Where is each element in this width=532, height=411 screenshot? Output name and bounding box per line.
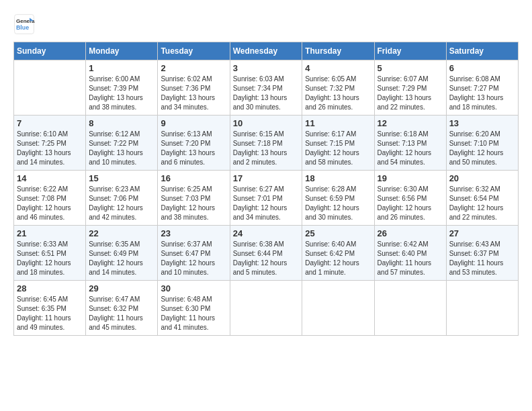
cell-info: Sunrise: 6:27 AM Sunset: 7:01 PM Dayligh… <box>233 185 300 222</box>
day-number: 25 <box>305 228 371 238</box>
day-header-friday: Friday <box>374 42 446 60</box>
day-number: 13 <box>449 118 515 128</box>
calendar-cell: 1Sunrise: 6:00 AM Sunset: 7:39 PM Daylig… <box>86 60 158 116</box>
logo: General Blue <box>13 13 38 35</box>
day-number: 4 <box>305 63 371 73</box>
cell-info: Sunrise: 6:03 AM Sunset: 7:34 PM Dayligh… <box>233 75 300 112</box>
calendar-cell: 3Sunrise: 6:03 AM Sunset: 7:34 PM Daylig… <box>230 60 302 116</box>
calendar-week-row: 28Sunrise: 6:45 AM Sunset: 6:35 PM Dayli… <box>14 281 519 336</box>
cell-info: Sunrise: 6:00 AM Sunset: 7:39 PM Dayligh… <box>89 75 154 112</box>
calendar-cell: 13Sunrise: 6:20 AM Sunset: 7:10 PM Dayli… <box>446 116 518 171</box>
calendar-cell: 17Sunrise: 6:27 AM Sunset: 7:01 PM Dayli… <box>230 171 302 226</box>
svg-text:Blue: Blue <box>16 24 29 31</box>
day-number: 28 <box>17 283 83 293</box>
day-number: 20 <box>449 173 515 183</box>
day-header-thursday: Thursday <box>302 42 374 60</box>
day-number: 18 <box>305 173 371 183</box>
calendar-cell <box>302 281 374 336</box>
day-number: 21 <box>17 228 83 238</box>
cell-info: Sunrise: 6:07 AM Sunset: 7:29 PM Dayligh… <box>378 75 443 112</box>
calendar-cell: 20Sunrise: 6:32 AM Sunset: 6:54 PM Dayli… <box>446 171 518 226</box>
calendar-cell: 8Sunrise: 6:12 AM Sunset: 7:22 PM Daylig… <box>86 116 158 171</box>
calendar-cell: 27Sunrise: 6:43 AM Sunset: 6:37 PM Dayli… <box>446 226 518 281</box>
cell-info: Sunrise: 6:37 AM Sunset: 6:47 PM Dayligh… <box>161 240 226 277</box>
cell-info: Sunrise: 6:13 AM Sunset: 7:20 PM Dayligh… <box>161 130 226 167</box>
calendar-week-row: 21Sunrise: 6:33 AM Sunset: 6:51 PM Dayli… <box>14 226 519 281</box>
calendar-cell: 10Sunrise: 6:15 AM Sunset: 7:18 PM Dayli… <box>230 116 302 171</box>
day-number: 22 <box>89 228 154 238</box>
day-number: 1 <box>89 63 154 73</box>
cell-info: Sunrise: 6:05 AM Sunset: 7:32 PM Dayligh… <box>305 75 371 112</box>
day-number: 8 <box>89 118 154 128</box>
cell-info: Sunrise: 6:22 AM Sunset: 7:08 PM Dayligh… <box>17 185 83 222</box>
day-header-sunday: Sunday <box>14 42 86 60</box>
cell-info: Sunrise: 6:02 AM Sunset: 7:36 PM Dayligh… <box>161 75 226 112</box>
cell-info: Sunrise: 6:18 AM Sunset: 7:13 PM Dayligh… <box>378 130 443 167</box>
day-number: 11 <box>305 118 371 128</box>
calendar-cell: 5Sunrise: 6:07 AM Sunset: 7:29 PM Daylig… <box>374 60 446 116</box>
calendar-cell <box>374 281 446 336</box>
cell-info: Sunrise: 6:17 AM Sunset: 7:15 PM Dayligh… <box>305 130 371 167</box>
day-number: 17 <box>233 173 300 183</box>
day-number: 29 <box>89 283 154 293</box>
cell-info: Sunrise: 6:08 AM Sunset: 7:27 PM Dayligh… <box>449 75 515 112</box>
calendar-cell: 26Sunrise: 6:42 AM Sunset: 6:40 PM Dayli… <box>374 226 446 281</box>
calendar-week-row: 1Sunrise: 6:00 AM Sunset: 7:39 PM Daylig… <box>14 60 519 116</box>
cell-info: Sunrise: 6:47 AM Sunset: 6:32 PM Dayligh… <box>89 295 154 332</box>
calendar-table: SundayMondayTuesdayWednesdayThursdayFrid… <box>13 42 519 336</box>
calendar-cell: 24Sunrise: 6:38 AM Sunset: 6:44 PM Dayli… <box>230 226 302 281</box>
calendar-cell: 7Sunrise: 6:10 AM Sunset: 7:25 PM Daylig… <box>14 116 86 171</box>
calendar-cell: 6Sunrise: 6:08 AM Sunset: 7:27 PM Daylig… <box>446 60 518 116</box>
page-header: General Blue <box>13 13 519 35</box>
cell-info: Sunrise: 6:20 AM Sunset: 7:10 PM Dayligh… <box>449 130 515 167</box>
day-header-saturday: Saturday <box>446 42 518 60</box>
calendar-cell: 22Sunrise: 6:35 AM Sunset: 6:49 PM Dayli… <box>86 226 158 281</box>
day-header-monday: Monday <box>86 42 158 60</box>
cell-info: Sunrise: 6:12 AM Sunset: 7:22 PM Dayligh… <box>89 130 154 167</box>
day-number: 12 <box>378 118 443 128</box>
day-number: 15 <box>89 173 154 183</box>
calendar-week-row: 14Sunrise: 6:22 AM Sunset: 7:08 PM Dayli… <box>14 171 519 226</box>
day-header-wednesday: Wednesday <box>230 42 302 60</box>
cell-info: Sunrise: 6:40 AM Sunset: 6:42 PM Dayligh… <box>305 240 371 277</box>
day-number: 3 <box>233 63 300 73</box>
day-number: 23 <box>161 228 226 238</box>
calendar-cell: 4Sunrise: 6:05 AM Sunset: 7:32 PM Daylig… <box>302 60 374 116</box>
cell-info: Sunrise: 6:45 AM Sunset: 6:35 PM Dayligh… <box>17 295 83 332</box>
calendar-cell: 15Sunrise: 6:23 AM Sunset: 7:06 PM Dayli… <box>86 171 158 226</box>
cell-info: Sunrise: 6:30 AM Sunset: 6:56 PM Dayligh… <box>378 185 443 222</box>
day-number: 6 <box>449 63 515 73</box>
calendar-cell <box>446 281 518 336</box>
cell-info: Sunrise: 6:48 AM Sunset: 6:30 PM Dayligh… <box>161 295 226 332</box>
calendar-cell: 12Sunrise: 6:18 AM Sunset: 7:13 PM Dayli… <box>374 116 446 171</box>
calendar-header-row: SundayMondayTuesdayWednesdayThursdayFrid… <box>14 42 519 60</box>
cell-info: Sunrise: 6:23 AM Sunset: 7:06 PM Dayligh… <box>89 185 154 222</box>
calendar-cell: 30Sunrise: 6:48 AM Sunset: 6:30 PM Dayli… <box>158 281 230 336</box>
day-number: 27 <box>449 228 515 238</box>
day-number: 24 <box>233 228 300 238</box>
day-number: 5 <box>378 63 443 73</box>
calendar-cell: 19Sunrise: 6:30 AM Sunset: 6:56 PM Dayli… <box>374 171 446 226</box>
calendar-cell: 28Sunrise: 6:45 AM Sunset: 6:35 PM Dayli… <box>14 281 86 336</box>
calendar-cell: 16Sunrise: 6:25 AM Sunset: 7:03 PM Dayli… <box>158 171 230 226</box>
calendar-cell: 21Sunrise: 6:33 AM Sunset: 6:51 PM Dayli… <box>14 226 86 281</box>
cell-info: Sunrise: 6:35 AM Sunset: 6:49 PM Dayligh… <box>89 240 154 277</box>
day-number: 2 <box>161 63 226 73</box>
day-number: 10 <box>233 118 300 128</box>
calendar-cell <box>230 281 302 336</box>
cell-info: Sunrise: 6:38 AM Sunset: 6:44 PM Dayligh… <box>233 240 300 277</box>
day-number: 9 <box>161 118 226 128</box>
cell-info: Sunrise: 6:10 AM Sunset: 7:25 PM Dayligh… <box>17 130 83 167</box>
calendar-cell: 2Sunrise: 6:02 AM Sunset: 7:36 PM Daylig… <box>158 60 230 116</box>
cell-info: Sunrise: 6:28 AM Sunset: 6:59 PM Dayligh… <box>305 185 371 222</box>
calendar-cell: 29Sunrise: 6:47 AM Sunset: 6:32 PM Dayli… <box>86 281 158 336</box>
svg-text:General: General <box>16 18 35 24</box>
day-number: 16 <box>161 173 226 183</box>
logo-icon: General Blue <box>13 13 35 35</box>
calendar-cell: 25Sunrise: 6:40 AM Sunset: 6:42 PM Dayli… <box>302 226 374 281</box>
calendar-week-row: 7Sunrise: 6:10 AM Sunset: 7:25 PM Daylig… <box>14 116 519 171</box>
cell-info: Sunrise: 6:32 AM Sunset: 6:54 PM Dayligh… <box>449 185 515 222</box>
cell-info: Sunrise: 6:33 AM Sunset: 6:51 PM Dayligh… <box>17 240 83 277</box>
calendar-cell: 18Sunrise: 6:28 AM Sunset: 6:59 PM Dayli… <box>302 171 374 226</box>
day-number: 19 <box>378 173 443 183</box>
